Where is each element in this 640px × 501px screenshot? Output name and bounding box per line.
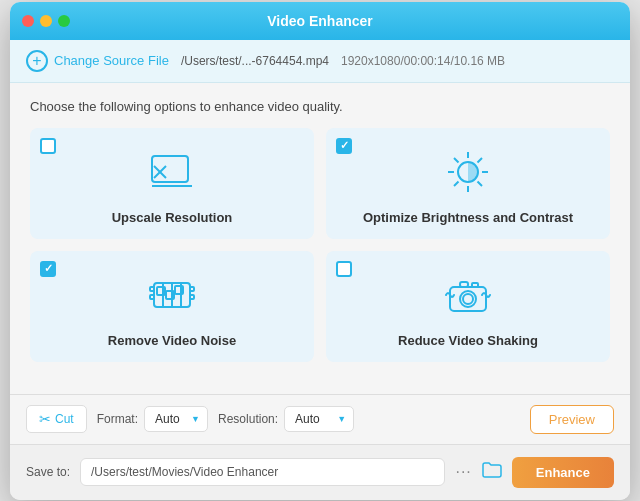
noise-icon (142, 265, 202, 325)
svg-rect-22 (190, 287, 194, 291)
change-source-label: Change Source File (54, 53, 169, 68)
shaking-icon (438, 265, 498, 325)
option-card-upscale: Upscale Resolution (30, 128, 314, 239)
save-to-label: Save to: (26, 465, 70, 479)
brightness-label: Optimize Brightness and Contrast (363, 210, 573, 225)
option-card-shaking: Reduce Video Shaking (326, 251, 610, 362)
checkbox-upscale[interactable] (40, 138, 56, 154)
checkbox-brightness[interactable] (336, 138, 352, 154)
traffic-lights (22, 15, 70, 27)
save-path-input[interactable] (80, 458, 445, 486)
file-meta: 1920x1080/00:00:14/10.16 MB (341, 54, 505, 68)
close-button[interactable] (22, 15, 34, 27)
enhance-button[interactable]: Enhance (512, 457, 614, 488)
svg-rect-20 (150, 287, 154, 291)
instruction-text: Choose the following options to enhance … (30, 99, 610, 114)
format-select[interactable]: Auto MP4 MOV AVI MKV (144, 406, 208, 432)
resolution-group: Resolution: Auto 1080p 720p 480p (218, 406, 354, 432)
svg-line-12 (454, 181, 459, 186)
maximize-button[interactable] (58, 15, 70, 27)
brightness-icon (438, 142, 498, 202)
resolution-select[interactable]: Auto 1080p 720p 480p (284, 406, 354, 432)
svg-rect-28 (472, 283, 478, 287)
file-info: /Users/test/...-6764454.mp4 1920x1080/00… (181, 54, 505, 68)
content-area: Choose the following options to enhance … (10, 83, 630, 394)
scissors-icon: ✂ (39, 411, 51, 427)
add-icon: + (26, 50, 48, 72)
svg-rect-27 (460, 282, 468, 287)
folder-icon (482, 462, 502, 478)
resolution-label: Resolution: (218, 412, 278, 426)
dots-button[interactable]: ··· (455, 463, 471, 481)
format-group: Format: Auto MP4 MOV AVI MKV (97, 406, 208, 432)
save-bar: Save to: ··· Enhance (10, 444, 630, 500)
window-title: Video Enhancer (267, 13, 373, 29)
checkbox-noise[interactable] (40, 261, 56, 277)
format-select-wrapper: Auto MP4 MOV AVI MKV (144, 406, 208, 432)
main-window: Video Enhancer + Change Source File /Use… (10, 2, 630, 500)
svg-line-9 (454, 158, 459, 163)
file-path: /Users/test/...-6764454.mp4 (181, 54, 329, 68)
option-card-brightness: Optimize Brightness and Contrast (326, 128, 610, 239)
minimize-button[interactable] (40, 15, 52, 27)
upscale-label: Upscale Resolution (112, 210, 233, 225)
svg-rect-21 (150, 295, 154, 299)
upscale-icon (142, 142, 202, 202)
preview-button[interactable]: Preview (530, 405, 614, 434)
resolution-select-wrapper: Auto 1080p 720p 480p (284, 406, 354, 432)
titlebar: Video Enhancer (10, 2, 630, 40)
format-label: Format: (97, 412, 138, 426)
shaking-label: Reduce Video Shaking (398, 333, 538, 348)
checkbox-shaking[interactable] (336, 261, 352, 277)
option-card-noise: Remove Video Noise (30, 251, 314, 362)
options-grid: Upscale Resolution (30, 128, 610, 362)
change-source-button[interactable]: + Change Source File (26, 50, 169, 72)
svg-point-26 (463, 294, 473, 304)
noise-label: Remove Video Noise (108, 333, 236, 348)
svg-line-11 (478, 158, 483, 163)
svg-rect-23 (190, 295, 194, 299)
cut-label: Cut (55, 412, 74, 426)
folder-button[interactable] (482, 462, 502, 482)
toolbar: + Change Source File /Users/test/...-676… (10, 40, 630, 83)
cut-button[interactable]: ✂ Cut (26, 405, 87, 433)
svg-line-10 (478, 181, 483, 186)
bottom-bar: ✂ Cut Format: Auto MP4 MOV AVI MKV Resol… (10, 394, 630, 444)
